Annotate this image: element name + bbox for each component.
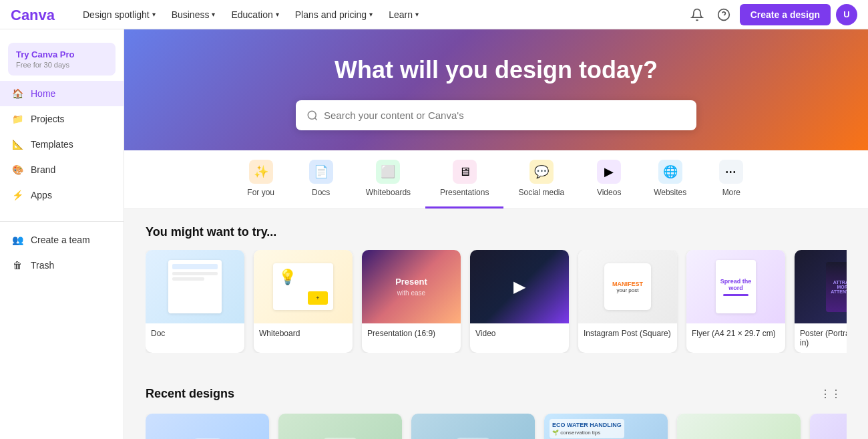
template-card-presentation[interactable]: Present with ease Presentation (16:9)	[362, 250, 461, 353]
brand-icon: 🎨	[11, 163, 24, 176]
home-icon: 🏠	[11, 87, 24, 100]
search-input[interactable]	[318, 100, 686, 130]
try-section: You might want to try... Doc	[124, 209, 868, 369]
sidebar-item-create-team[interactable]: 👥 Create a team	[0, 227, 124, 253]
recent-card-0[interactable]: ⚕ Untitled Design 3840 × 1080 px	[146, 414, 269, 439]
sidebar-item-trash[interactable]: 🗑 Trash	[0, 253, 124, 278]
template-card-doc[interactable]: Doc	[146, 250, 244, 353]
chevron-down-icon: ▾	[415, 11, 419, 18]
recent-thumb-3: ECO WATER HANDLING 🌱 conservation tips	[544, 414, 668, 439]
recent-thumb-2: 🌊	[411, 414, 535, 439]
ct-presentations[interactable]: 🖥 Presentations	[425, 150, 503, 208]
nav-education[interactable]: Education ▾	[223, 0, 286, 29]
chevron-down-icon: ▾	[276, 11, 279, 18]
content-type-bar: ✨ For you 📄 Docs ⬜ Whiteboards 🖥 Present…	[124, 150, 868, 209]
ct-social-media[interactable]: 💬 Social media	[503, 150, 579, 208]
search-icon	[306, 110, 318, 122]
template-thumb-flyer: Spread the word	[686, 250, 785, 323]
social-media-icon: 💬	[529, 160, 554, 184]
notifications-button[interactable]	[686, 4, 708, 25]
canva-logo[interactable]: Canva	[11, 5, 64, 24]
recent-thumb-1: 🌿	[278, 414, 402, 439]
ct-websites[interactable]: 🌐 Websites	[639, 150, 701, 208]
template-card-flyer[interactable]: Spread the word Flyer (A4 21 × 29.7 cm)	[686, 250, 785, 353]
template-name-video: Video	[470, 323, 569, 343]
nav-plans-pricing[interactable]: Plans and pricing ▾	[287, 0, 381, 29]
svg-line-4	[314, 118, 316, 120]
ct-for-you[interactable]: ✨ For you	[231, 150, 291, 208]
template-thumb-video: ▶	[470, 250, 569, 323]
more-icon: •••	[719, 160, 743, 184]
for-you-icon: ✨	[249, 160, 273, 184]
sidebar-item-templates[interactable]: 📐 Templates	[0, 132, 124, 157]
template-thumb-instagram: MANIFEST your post	[578, 250, 677, 323]
template-thumb-doc	[146, 250, 244, 323]
videos-icon: ▶	[597, 160, 621, 184]
nav-design-spotlight[interactable]: Design spotlight ▾	[75, 0, 164, 29]
try-section-title: You might want to try...	[146, 225, 847, 239]
create-design-button[interactable]: Create a design	[740, 4, 831, 25]
ct-videos[interactable]: ▶ Videos	[579, 150, 639, 208]
nav-business[interactable]: Business ▾	[164, 0, 224, 29]
team-icon: 👥	[11, 233, 24, 247]
recent-section: Recent designs ⋮⋮ ⚕ Untitled Design 3840…	[124, 369, 868, 439]
main-content: What will you design today? ✨ For you 📄 …	[124, 29, 868, 439]
ct-whiteboards[interactable]: ⬜ Whiteboards	[351, 150, 425, 208]
nav-learn[interactable]: Learn ▾	[381, 0, 427, 29]
whiteboards-icon: ⬜	[376, 160, 400, 184]
chevron-down-icon: ▾	[212, 11, 215, 18]
template-name-doc: Doc	[146, 323, 244, 343]
template-name-instagram: Instagram Post (Square)	[578, 323, 677, 343]
recent-card-4[interactable]: A warm welcome to Canva Docs 🎉 Untitled …	[677, 414, 801, 439]
recent-card-2[interactable]: 🌊 Untitled Design 1920 × 1080 px	[411, 414, 535, 439]
try-pro-title: Try Canva Pro	[16, 49, 107, 59]
template-card-video[interactable]: ▶ Video	[470, 250, 569, 353]
recent-thumb-4: A warm welcome to Canva Docs 🎉	[677, 414, 801, 439]
try-pro-subtitle: Free for 30 days	[16, 61, 107, 69]
nav-right-actions: Create a design U	[686, 4, 857, 25]
recent-thumb-5: 📱	[810, 414, 847, 439]
template-thumb-whiteboard: 💡 +	[254, 250, 353, 323]
recent-section-header: Recent designs ⋮⋮	[146, 385, 847, 403]
recent-card-3[interactable]: ECO WATER HANDLING 🌱 conservation tips U…	[544, 414, 668, 439]
recent-card-5[interactable]: 📱 Untitled Design 1280 × 900 px	[810, 414, 847, 439]
user-avatar[interactable]: U	[836, 4, 857, 25]
recent-thumb-0: ⚕	[146, 414, 269, 439]
apps-icon: ⚡	[11, 188, 24, 202]
search-bar	[296, 100, 696, 130]
template-card-poster[interactable]: ATTRACT MORE ATTENTION Poster (Portrait …	[795, 250, 847, 353]
top-nav: Canva Design spotlight ▾ Business ▾ Educ…	[0, 0, 868, 29]
websites-icon: 🌐	[658, 160, 682, 184]
chevron-down-icon: ▾	[152, 11, 156, 18]
template-thumb-presentation: Present with ease	[362, 250, 461, 323]
template-card-instagram[interactable]: MANIFEST your post Instagram Post (Squar…	[578, 250, 677, 353]
hero-section: What will you design today?	[124, 29, 868, 150]
template-card-whiteboard[interactable]: 💡 + Whiteboard	[254, 250, 353, 353]
presentations-icon: 🖥	[453, 160, 477, 184]
hero-title: What will you design today?	[335, 56, 658, 84]
svg-point-3	[308, 111, 316, 119]
sidebar: Try Canva Pro Free for 30 days 🏠 Home 📁 …	[0, 29, 124, 439]
projects-icon: 📁	[11, 112, 24, 126]
template-name-presentation: Presentation (16:9)	[362, 323, 461, 343]
sidebar-item-brand[interactable]: 🎨 Brand	[0, 157, 124, 182]
template-grid: Doc 💡 + Whiteboard	[146, 250, 847, 353]
templates-icon: 📐	[11, 138, 24, 151]
template-name-whiteboard: Whiteboard	[254, 323, 353, 343]
recent-more-button[interactable]: ⋮⋮	[815, 385, 847, 403]
sidebar-item-home[interactable]: 🏠 Home	[0, 81, 124, 106]
template-name-flyer: Flyer (A4 21 × 29.7 cm)	[686, 323, 785, 343]
template-name-poster: Poster (Portrait - 36 × 48 in)	[795, 323, 847, 353]
ct-docs[interactable]: 📄 Docs	[291, 150, 351, 208]
template-thumb-poster: ATTRACT MORE ATTENTION	[795, 250, 847, 323]
sidebar-item-projects[interactable]: 📁 Projects	[0, 106, 124, 132]
recent-card-1[interactable]: 🌿 Untitled Design 3840 × 1080 px	[278, 414, 402, 439]
svg-text:Canva: Canva	[11, 7, 55, 23]
trash-icon: 🗑	[11, 259, 24, 272]
ct-more[interactable]: ••• More	[701, 150, 761, 208]
help-button[interactable]	[713, 4, 734, 25]
docs-icon: 📄	[309, 160, 333, 184]
sidebar-item-apps[interactable]: ⚡ Apps	[0, 182, 124, 208]
try-pro-banner[interactable]: Try Canva Pro Free for 30 days	[8, 43, 116, 76]
recent-section-title: Recent designs	[146, 387, 815, 401]
